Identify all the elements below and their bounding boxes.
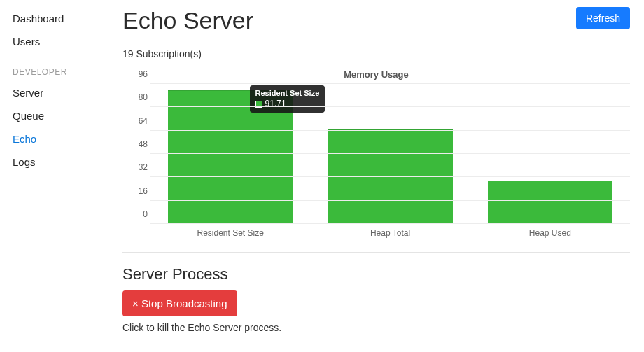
y-tick: 64	[139, 116, 148, 126]
server-process-title: Server Process	[122, 265, 630, 283]
subscriptions-count: 19 Subscription(s)	[122, 48, 630, 59]
sidebar-item-logs[interactable]: Logs	[0, 150, 108, 174]
bar-col	[150, 84, 310, 224]
stop-hint: Click to kill the Echo Server process.	[122, 322, 630, 333]
refresh-button[interactable]: Refresh	[576, 7, 630, 29]
sidebar-section-developer: DEVELOPER	[0, 53, 108, 81]
grid-line	[150, 176, 630, 177]
grid-line	[150, 223, 630, 224]
sidebar-item-echo[interactable]: Echo	[0, 127, 108, 150]
sidebar-item-server[interactable]: Server	[0, 81, 108, 104]
y-tick: 96	[139, 69, 148, 79]
sidebar-item-dashboard[interactable]: Dashboard	[0, 7, 108, 30]
grid-line	[150, 200, 630, 201]
grid-line	[150, 130, 630, 131]
sidebar: Dashboard Users DEVELOPER Server Queue E…	[0, 0, 108, 352]
y-tick: 0	[143, 209, 148, 219]
y-tick: 32	[139, 162, 148, 172]
grid-line	[150, 83, 630, 84]
bar[interactable]	[168, 90, 293, 224]
sidebar-item-queue[interactable]: Queue	[0, 104, 108, 127]
bar-col	[310, 84, 470, 224]
stop-broadcasting-button[interactable]: × Stop Broadcasting	[122, 290, 237, 316]
x-label: Resident Set Size	[150, 224, 310, 238]
grid-line	[150, 153, 630, 154]
bar[interactable]	[488, 181, 612, 225]
chart-title: Memory Usage	[122, 69, 630, 80]
y-tick: 80	[139, 92, 148, 102]
y-tick: 48	[139, 139, 148, 149]
main-content: Echo Server Refresh 19 Subscription(s) M…	[108, 0, 644, 352]
grid-line	[150, 106, 630, 107]
sidebar-item-users[interactable]: Users	[0, 30, 108, 53]
chart-plot-area: Resident Set Size 91.71	[150, 84, 630, 224]
memory-usage-chart: Memory Usage 0163248648096 Resident Set …	[122, 69, 630, 253]
page-title: Echo Server	[122, 7, 253, 34]
x-label: Heap Total	[310, 224, 470, 238]
x-label: Heap Used	[470, 224, 630, 238]
bar-col	[470, 84, 630, 224]
chart-x-axis: Resident Set SizeHeap TotalHeap Used	[150, 224, 630, 238]
chart-y-axis: 0163248648096	[122, 80, 150, 224]
y-tick: 16	[139, 186, 148, 196]
